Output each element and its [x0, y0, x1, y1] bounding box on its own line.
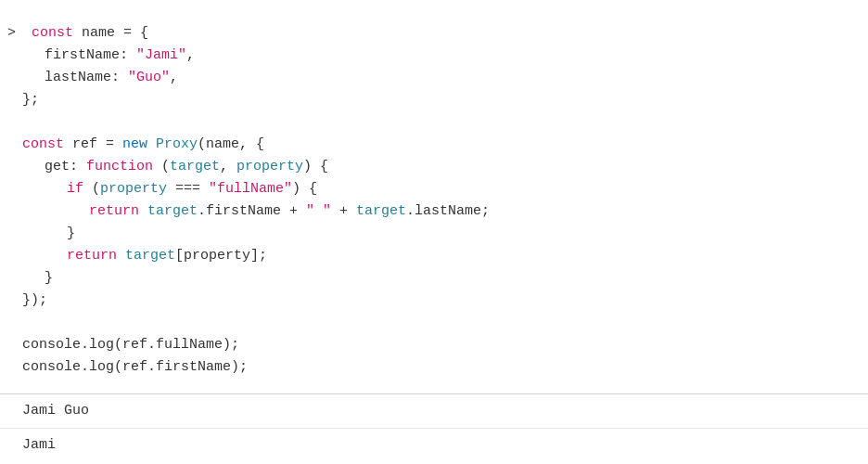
token: };: [22, 92, 39, 108]
code-line: lastName: "Guo",: [0, 67, 868, 89]
token: ===: [167, 181, 209, 197]
token: name: [82, 25, 115, 41]
token: ref: [72, 136, 97, 152]
code-line: > const name = {: [0, 22, 868, 45]
code-line: get: function (target, property) {: [0, 156, 868, 178]
token: console: [22, 337, 81, 353]
code-content: return target.firstName + " " + target.l…: [89, 200, 490, 223]
token: = {: [115, 25, 148, 41]
code-content: const name = {: [32, 22, 148, 45]
code-content: console.log(ref.firstName);: [22, 356, 248, 379]
token: lastName:: [45, 70, 128, 85]
token: "fullName": [209, 181, 292, 197]
token: const: [32, 25, 82, 41]
code-content: return target[property];: [67, 245, 267, 267]
token: }: [45, 270, 53, 286]
token: .firstName +: [198, 203, 306, 219]
code-content: get: function (target, property) {: [45, 156, 328, 178]
token: target: [170, 159, 220, 174]
token: target: [125, 248, 175, 264]
token: .log: [81, 359, 114, 375]
token: [property];: [175, 248, 267, 264]
token: }: [67, 226, 75, 241]
code-content: const ref = new Proxy(name, {: [22, 134, 264, 156]
code-content: }: [45, 267, 53, 290]
token: return: [67, 248, 125, 264]
code-line: if (property === "fullName") {: [0, 178, 868, 200]
output-section: Jami GuoJami: [0, 393, 868, 462]
token: (: [161, 159, 170, 174]
token: +: [331, 203, 356, 219]
code-line: };: [0, 89, 868, 111]
editor-container: > const name = {firstName: "Jami",lastNa…: [0, 0, 868, 464]
code-block: > const name = {firstName: "Jami",lastNa…: [0, 15, 868, 386]
token: new: [122, 136, 156, 152]
output-line: Jami Guo: [0, 394, 868, 429]
token: firstName:: [45, 47, 136, 63]
token: " ": [306, 203, 331, 219]
output-line: Jami: [0, 429, 868, 462]
token: ,: [220, 159, 236, 174]
code-content: console.log(ref.fullName);: [22, 334, 239, 356]
token: .log: [81, 337, 114, 353]
token: function: [86, 159, 161, 174]
token: ,: [170, 70, 178, 85]
token: get:: [45, 159, 86, 174]
token: (ref.firstName);: [114, 359, 248, 375]
token: .lastName;: [406, 203, 490, 219]
token: target: [147, 203, 198, 219]
token: (name, {: [198, 136, 264, 152]
code-line: console.log(ref.fullName);: [0, 334, 868, 356]
token: console: [22, 359, 81, 375]
token: property: [100, 181, 167, 197]
token: ,: [186, 47, 195, 63]
code-line: [0, 312, 868, 334]
code-line: firstName: "Jami",: [0, 45, 868, 67]
token: Proxy: [156, 136, 198, 152]
token: property: [236, 159, 303, 174]
token: ) {: [292, 181, 317, 197]
token: if: [67, 181, 83, 197]
code-line: }: [0, 223, 868, 245]
token: "Jami": [136, 47, 186, 63]
token: (: [83, 181, 100, 197]
code-content: firstName: "Jami",: [45, 45, 195, 67]
code-line: }: [0, 267, 868, 290]
code-content: if (property === "fullName") {: [67, 178, 317, 200]
code-line: [0, 111, 868, 134]
code-line: return target[property];: [0, 245, 868, 267]
code-line: return target.firstName + " " + target.l…: [0, 200, 868, 223]
code-line: });: [0, 290, 868, 312]
token: ) {: [303, 159, 328, 174]
code-content: };: [22, 89, 39, 111]
token: (ref.fullName);: [114, 337, 239, 353]
token: const: [22, 136, 72, 152]
token: "Guo": [128, 70, 170, 85]
token: });: [22, 292, 47, 308]
code-line: console.log(ref.firstName);: [0, 356, 868, 379]
token: target: [356, 203, 406, 219]
code-content: lastName: "Guo",: [45, 67, 178, 89]
token: =: [97, 136, 122, 152]
token: return: [89, 203, 147, 219]
code-line: const ref = new Proxy(name, {: [0, 134, 868, 156]
arrow-icon: >: [7, 22, 24, 45]
code-content: });: [22, 290, 47, 312]
code-content: }: [67, 223, 75, 245]
